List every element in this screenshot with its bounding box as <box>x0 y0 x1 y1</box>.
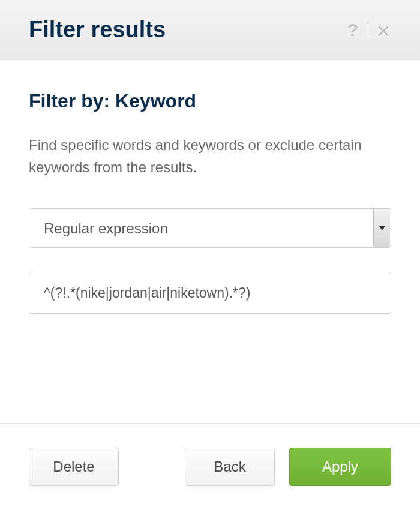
dialog-footer: Delete Back Apply <box>0 423 420 510</box>
dialog-title: Filter results <box>29 17 166 43</box>
apply-button[interactable]: Apply <box>289 448 391 486</box>
close-icon[interactable] <box>376 22 391 38</box>
help-icon[interactable]: ? <box>347 20 358 40</box>
delete-button[interactable]: Delete <box>29 448 119 486</box>
header-divider <box>367 21 367 39</box>
dialog-header: Filter results ? <box>0 0 420 60</box>
footer-right-group: Back Apply <box>185 448 391 486</box>
filter-type-select[interactable]: Regular expression <box>29 208 391 248</box>
back-button[interactable]: Back <box>185 448 275 486</box>
filter-subtitle-prefix: Filter by: <box>29 90 115 112</box>
expression-input[interactable] <box>29 272 391 314</box>
dialog-content: Filter by: Keyword Find specific words a… <box>0 60 420 338</box>
filter-subtitle: Filter by: Keyword <box>29 90 391 112</box>
filter-description: Find specific words and keywords or excl… <box>29 134 391 178</box>
header-actions: ? <box>347 20 391 40</box>
filter-subtitle-value: Keyword <box>115 90 196 112</box>
filter-type-select-wrapper: Regular expression <box>29 208 391 248</box>
